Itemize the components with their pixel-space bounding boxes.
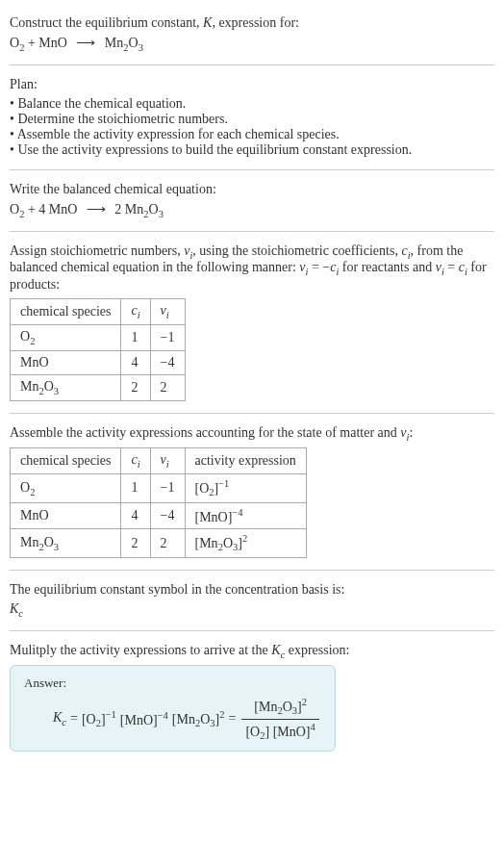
eqconst-text: The equilibrium constant symbol in the c…	[10, 582, 494, 598]
assign-f: =	[444, 260, 459, 274]
kc-fraction: [Mn2O3]2 [O2] [MnO]4	[241, 697, 318, 741]
th-ci-sub: i	[138, 459, 140, 470]
prompt-heading-text-b: , expression for:	[212, 15, 299, 30]
kc-lhs: Kc	[53, 710, 66, 727]
ae-b: O	[223, 536, 233, 550]
bal-plus: + 4 MnO	[24, 202, 80, 217]
cell-c: 2	[121, 374, 150, 400]
cell-species: MnO	[11, 350, 121, 374]
table-row: Mn2O3 2 2 [Mn2O3]2	[11, 529, 307, 557]
unb-o: O	[10, 36, 19, 50]
kc-term3: [Mn2O3]2	[172, 709, 225, 728]
assign-d: = −	[308, 260, 330, 274]
th-species: chemical species	[11, 448, 121, 474]
t1sup: −1	[106, 709, 116, 720]
t2a: [MnO]	[120, 713, 158, 727]
arrow-icon: ⟶	[70, 35, 101, 51]
th-vi-sub: i	[166, 459, 169, 470]
multiply-text: Mulitply the activity expressions to arr…	[10, 643, 494, 660]
th-species: chemical species	[11, 299, 121, 325]
cell-species: Mn2O3	[11, 529, 121, 557]
assemble-b: :	[409, 425, 413, 440]
bal-o: O	[10, 202, 19, 217]
cell-v: −1	[150, 474, 185, 502]
kc-eq: =	[70, 711, 78, 727]
sp-a: Mn	[20, 535, 38, 549]
assemble-text: Assemble the activity expressions accoun…	[10, 425, 494, 443]
cell-v: −4	[150, 502, 185, 529]
th-vi: νi	[150, 448, 185, 474]
plan-item: Balance the chemical equation.	[10, 96, 494, 112]
balanced-label: Write the balanced chemical equation:	[10, 182, 494, 197]
assign-section: Assign stoichiometric numbers, νi, using…	[10, 236, 494, 409]
t3b: O	[200, 712, 210, 727]
th-ci-sub: i	[138, 310, 140, 320]
kc-term2: [MnO]−4	[120, 710, 168, 728]
divider	[10, 169, 494, 170]
assemble-section: Assemble the activity expressions accoun…	[10, 418, 494, 566]
table-row: MnO 4 −4 [MnO]−4	[11, 502, 307, 529]
t3a: [Mn	[172, 712, 195, 727]
multiply-b: expression:	[285, 643, 349, 657]
assign-a: Assign stoichiometric numbers,	[10, 243, 184, 258]
th-ci: ci	[121, 448, 150, 474]
plan-label: Plan:	[10, 77, 494, 92]
sp-b: O	[44, 379, 54, 394]
sp-a: O	[20, 329, 30, 344]
fd-b: ] [MnO]	[265, 724, 310, 738]
divider	[10, 570, 494, 571]
table-header-row: chemical species ci νi activity expressi…	[11, 448, 307, 474]
table-row: MnO 4 −4	[11, 350, 186, 374]
t1a: [O	[82, 712, 96, 727]
cell-v: −1	[150, 324, 185, 350]
cell-activity: [Mn2O3]2	[185, 529, 306, 557]
eqconst-symbol: Kc	[10, 601, 494, 619]
unb-plus: + MnO	[24, 36, 70, 50]
kc-sub: c	[18, 608, 23, 619]
fd-sup: 4	[311, 722, 315, 732]
ae-a: [MnO]	[195, 509, 233, 523]
answer-box: Answer: Kc = [O2]−1 [MnO]−4 [Mn2O3]2 = […	[10, 665, 336, 752]
sp-sub2: 3	[54, 386, 59, 396]
bal-rhs-sub2: 3	[159, 209, 164, 219]
kc-eq2: =	[229, 711, 237, 727]
cell-c: 4	[121, 350, 150, 374]
answer-label: Answer:	[24, 676, 321, 691]
plan-section: Plan: Balance the chemical equation. Det…	[10, 69, 494, 166]
prompt-section: Construct the equilibrium constant, K, e…	[10, 8, 494, 61]
sp-sub: 2	[30, 486, 35, 497]
cell-v: 2	[150, 374, 185, 400]
cell-c: 1	[121, 324, 150, 350]
cell-activity: [O2]−1	[185, 474, 306, 502]
fn-a: [Mn	[254, 700, 277, 714]
unb-rhs-sub2: 3	[139, 42, 143, 53]
sp-a: O	[20, 480, 30, 495]
t2sup: −4	[158, 710, 168, 721]
fd-a: [O	[245, 724, 260, 738]
th-activity: activity expression	[185, 448, 306, 474]
cell-species: Mn2O3	[11, 374, 121, 400]
balanced-equation: O2 + 4 MnO ⟶ 2 Mn2O3	[10, 201, 494, 219]
divider	[10, 231, 494, 232]
plan-item: Use the activity expressions to build th…	[10, 142, 494, 158]
frac-numerator: [Mn2O3]2	[250, 697, 311, 718]
ae-a: [Mn	[195, 536, 218, 550]
sp-sub2: 3	[54, 541, 59, 551]
assign-b: , using the stoichiometric coefficients,	[192, 243, 401, 258]
cell-species: O2	[11, 474, 121, 502]
cell-species: MnO	[11, 502, 121, 529]
eqconst-section: The equilibrium constant symbol in the c…	[10, 574, 494, 626]
cell-v: 2	[150, 529, 185, 557]
multiply-a: Mulitply the activity expressions to arr…	[10, 643, 271, 657]
unb-rhs-mn: Mn	[101, 36, 123, 50]
divider	[10, 630, 494, 631]
ae-sup2: 2	[242, 533, 247, 544]
assign-text: Assign stoichiometric numbers, νi, using…	[10, 243, 494, 293]
k-symbol: K	[203, 15, 212, 30]
ae-sup: −4	[232, 507, 242, 518]
th-vi-sub: i	[166, 310, 169, 320]
kc-k2: K	[53, 710, 62, 725]
table-row: O2 1 −1	[11, 324, 186, 350]
cell-c: 2	[121, 529, 150, 557]
t3sup: 2	[219, 709, 224, 720]
